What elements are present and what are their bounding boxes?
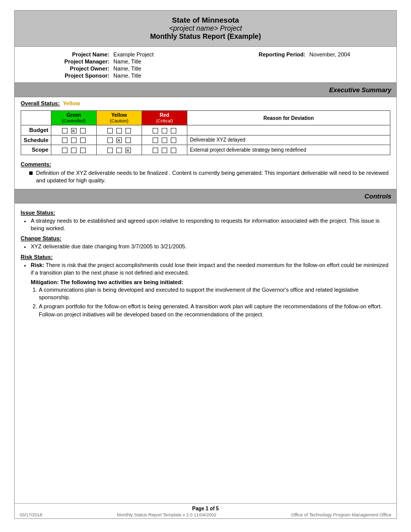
checkbox [125,128,131,134]
checkbox [107,128,113,134]
change-status-label: Change Status: [21,235,390,241]
overall-status-label: Overall Status: [21,100,60,106]
mitigation-item-1: A communications plan is being developed… [39,287,359,300]
footer-template-info: Monthly Status Report Template v 2.0 11/… [117,512,216,517]
page: State of Minnesota <project name> Projec… [14,10,397,519]
header-banner: State of Minnesota <project name> Projec… [15,11,396,47]
budget-green-checks [51,125,97,136]
checkbox [162,148,167,153]
list-item: A program portfolio for the follow-on ef… [39,303,390,318]
green-header: Green (Controlled) [51,111,97,125]
checkbox [71,138,77,143]
project-sponsor-value: Name, Title [111,72,192,79]
scope-red-checks [142,145,187,155]
yellow-header: Yellow (Caution) [97,111,142,125]
list-item: Risk: There is risk that the project acc… [31,261,390,277]
reporting-period-value: November, 2004 [307,51,388,58]
table-row: Scope E [21,145,390,155]
empty-header [21,111,51,125]
checkbox [80,128,86,134]
checkbox [153,138,158,143]
checkbox [80,148,86,153]
mitigation-list: A communications plan is being developed… [39,286,390,319]
checkbox [71,148,77,153]
checkbox [153,148,158,153]
checkbox [125,138,131,143]
issue-bullet-list: A strategy needs to be established and a… [31,217,390,233]
mitigation-label: Mitigation: The following two activities… [31,279,390,285]
comment-text: Definition of the XYZ deliverable needs … [36,169,390,185]
comments-section: Comments: ■ Definition of the XYZ delive… [21,158,390,185]
comments-label: Comments: [21,161,390,167]
project-name-header: <project name> Project [19,24,392,32]
change-bullet-list: XYZ deliverable due date changing from 3… [31,243,390,250]
mitigation-item-2: A program portfolio for the follow-on ef… [39,303,382,317]
project-sponsor-label: Project Sponsor: [23,72,111,79]
reporting-period-label: Reporting Period: [192,51,308,58]
budget-label: Budget [21,125,51,136]
checkbox [116,148,122,153]
controls-title: Controls [365,192,391,200]
footer-office: Office of Technology Program Management … [291,512,391,517]
checkbox [153,128,158,134]
schedule-yellow-checks [97,135,142,145]
risk-status-label: Risk Status: [21,254,390,260]
change-bullet-text: XYZ deliverable due date changing from 3… [31,243,186,249]
schedule-label: Schedule [21,135,51,145]
risk-bullet-list: Risk: There is risk that the project acc… [31,261,390,277]
checkbox [62,148,67,153]
budget-yellow-checks [97,125,142,136]
status-table-header: Green (Controlled) Yellow (Caution) Red … [21,111,390,125]
red-header: Red (Critical) [142,111,187,125]
scope-green-checks [51,145,97,155]
executive-summary-header: Executive Summary [15,83,396,97]
checkbox-checked [71,128,77,134]
checkbox [162,138,167,143]
state-title: State of Minnesota [19,16,392,24]
table-row: Budget [21,125,390,136]
overall-status-value: Yellow [63,100,80,106]
schedule-red-checks [142,135,187,145]
scope-yellow-checks [97,145,142,155]
risk-bold-label: Risk: [31,262,44,268]
overall-status-line: Overall Status: Yellow [21,100,390,106]
list-item: XYZ deliverable due date changing from 3… [31,243,390,250]
comment-bullet: ■ Definition of the XYZ deliverable need… [29,169,390,185]
project-manager-value: Name, Title [111,58,192,65]
checkbox [62,128,67,134]
schedule-green-checks [51,135,97,145]
scope-reason: External project deliverable strategy be… [187,145,390,155]
report-title: Monthly Status Report (Example) [19,32,392,40]
status-table: Green (Controlled) Yellow (Caution) Red … [21,110,390,155]
project-owner-value: Name, Title [111,65,192,72]
checkbox [107,138,113,143]
checkbox [80,138,86,143]
footer-page: Page 1 of 5 [20,506,391,511]
checkbox [107,148,113,153]
footer-date-bottom: 03/17/2018 [20,512,42,517]
checkbox-checked [125,148,131,153]
checkbox-checked [116,138,122,143]
project-owner-label: Project Owner: [23,65,111,72]
controls-header: Controls [15,189,396,204]
table-row: Schedule [21,135,390,145]
executive-summary-title: Executive Summary [329,86,391,94]
checkbox [62,138,67,143]
checkbox [171,128,176,134]
issue-bullet-text: A strategy needs to be established and a… [31,218,380,231]
scope-label: Scope [21,145,51,155]
checkbox [116,128,122,134]
project-name-label: Project Name: [23,51,111,58]
schedule-reason: Deliverable XYZ delayed [187,135,390,145]
budget-red-checks [142,125,187,136]
checkbox [171,138,176,143]
controls-content: Issue Status: A strategy needs to be est… [15,204,396,325]
project-manager-label: Project Manager: [23,58,111,65]
list-item: A strategy needs to be established and a… [31,217,390,233]
bullet-icon: ■ [29,169,33,177]
footer: Page 1 of 5 03/17/2018 Monthly Status Re… [15,503,396,518]
budget-reason [187,125,390,136]
risk-text: There is risk that the project accomplis… [31,262,388,276]
project-name-value: Example Project [111,51,192,58]
page-number: Page 1 of 5 [192,506,219,511]
